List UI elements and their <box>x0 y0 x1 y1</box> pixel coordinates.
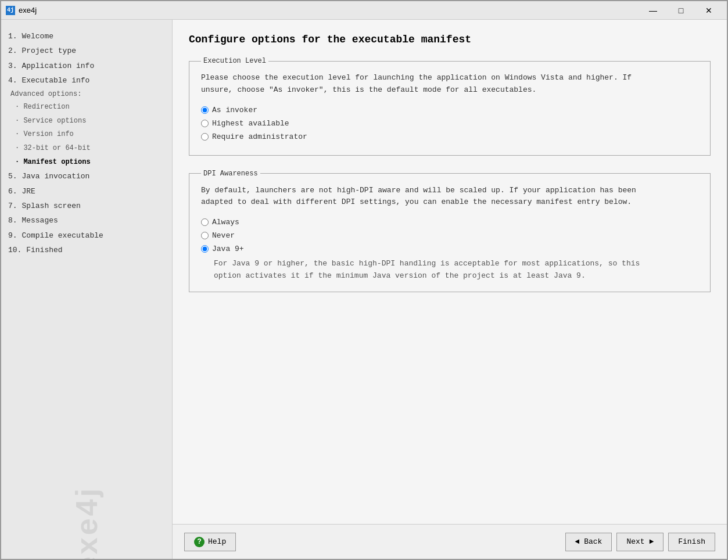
execution-level-legend: Execution Level <box>201 57 268 65</box>
sidebar-item-manifest-options[interactable]: · Manifest options <box>8 156 165 170</box>
dpi-awareness-desc: By default, launchers are not high-DPI a… <box>201 185 698 209</box>
app-icon: 4j <box>6 6 15 15</box>
sidebar-item-application-info[interactable]: 3. Application info <box>8 59 165 73</box>
sidebar-nav: 1. Welcome 2. Project type 3. Applicatio… <box>8 29 165 257</box>
maximize-button[interactable]: □ <box>668 2 694 19</box>
radio-java9plus-input[interactable] <box>201 245 209 253</box>
help-icon: ? <box>194 537 205 547</box>
sidebar-item-32-64-bit[interactable]: · 32-bit or 64-bit <box>8 142 165 156</box>
sidebar-item-welcome[interactable]: 1. Welcome <box>8 29 165 44</box>
sidebar-item-splash-screen[interactable]: 7. Splash screen <box>8 199 165 213</box>
radio-as-invoker-label: As invoker <box>212 106 257 114</box>
radio-as-invoker-input[interactable] <box>201 106 209 114</box>
radio-require-administrator-label: Require administrator <box>212 132 307 141</box>
dpi-awareness-legend: DPI Awareness <box>201 170 260 178</box>
execution-level-desc: Please choose the execution level for la… <box>201 72 698 96</box>
help-button[interactable]: ? Help <box>184 533 236 551</box>
sidebar: 1. Welcome 2. Project type 3. Applicatio… <box>1 20 173 559</box>
main-window: 4j exe4j — □ ✕ 1. Welcome 2. Project typ… <box>0 0 728 560</box>
radio-never[interactable]: Never <box>201 231 698 240</box>
sidebar-item-finished[interactable]: 10. Finished <box>8 243 165 257</box>
finish-button[interactable]: Finish <box>668 533 715 551</box>
radio-require-administrator[interactable]: Require administrator <box>201 132 698 141</box>
content-area: Configure options for the executable man… <box>173 20 727 524</box>
radio-never-input[interactable] <box>201 232 209 239</box>
minimize-button[interactable]: — <box>640 2 666 19</box>
sidebar-item-version-info[interactable]: · Version info <box>8 128 165 142</box>
radio-as-invoker[interactable]: As invoker <box>201 106 698 114</box>
next-button[interactable]: Next ► <box>616 533 664 551</box>
execution-level-section: Execution Level Please choose the execut… <box>189 57 711 156</box>
radio-highest-available[interactable]: Highest available <box>201 119 698 128</box>
radio-require-administrator-input[interactable] <box>201 133 209 141</box>
radio-always-label: Always <box>212 218 239 227</box>
sidebar-item-compile-executable[interactable]: 9. Compile executable <box>8 228 165 243</box>
sidebar-item-service-options[interactable]: · Service options <box>8 114 165 128</box>
sidebar-watermark: exe4j <box>69 444 104 559</box>
page-title: Configure options for the executable man… <box>189 34 711 45</box>
radio-java9plus[interactable]: Java 9+ <box>201 245 698 253</box>
footer: ? Help ◄ Back Next ► Finish <box>173 524 727 559</box>
window-controls: — □ ✕ <box>640 2 722 19</box>
sidebar-advanced-header: Advanced options: <box>8 88 165 101</box>
radio-highest-available-input[interactable] <box>201 120 209 127</box>
window-body: 1. Welcome 2. Project type 3. Applicatio… <box>1 20 727 559</box>
radio-highest-available-label: Highest available <box>212 119 289 128</box>
title-bar: 4j exe4j — □ ✕ <box>1 1 727 20</box>
sidebar-item-executable-info[interactable]: 4. Executable info <box>8 73 165 88</box>
sidebar-item-project-type[interactable]: 2. Project type <box>8 44 165 58</box>
sidebar-item-redirection[interactable]: · Redirection <box>8 100 165 114</box>
radio-always[interactable]: Always <box>201 218 698 227</box>
sidebar-item-jre[interactable]: 6. JRE <box>8 184 165 199</box>
footer-right: ◄ Back Next ► Finish <box>565 533 715 551</box>
window-title: exe4j <box>19 6 640 15</box>
back-button[interactable]: ◄ Back <box>565 533 612 551</box>
close-button[interactable]: ✕ <box>695 2 722 19</box>
java9-description: For Java 9 or higher, the basic high-DPI… <box>214 258 698 282</box>
sidebar-item-java-invocation[interactable]: 5. Java invocation <box>8 169 165 184</box>
radio-java9plus-label: Java 9+ <box>212 245 244 253</box>
dpi-awareness-section: DPI Awareness By default, launchers are … <box>189 170 711 292</box>
footer-left: ? Help <box>184 533 565 551</box>
radio-never-label: Never <box>212 231 235 240</box>
radio-always-input[interactable] <box>201 218 209 226</box>
sidebar-item-messages[interactable]: 8. Messages <box>8 213 165 228</box>
main-content: Configure options for the executable man… <box>173 20 727 559</box>
